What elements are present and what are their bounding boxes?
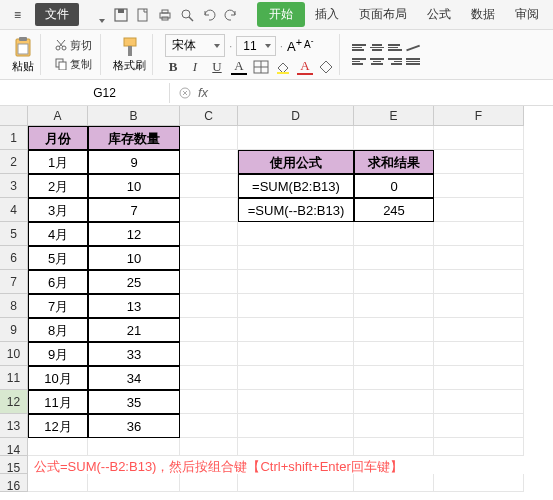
cell[interactable]: 9 [88,150,180,174]
cell[interactable] [238,474,354,492]
text-color-button[interactable]: A [297,59,313,75]
cell[interactable] [434,438,524,456]
cell[interactable]: 7 [88,198,180,222]
name-box[interactable]: G12 [40,83,170,103]
row-header-5[interactable]: 5 [0,222,28,246]
align-top-button[interactable] [352,42,366,54]
fx-cancel-icon[interactable] [178,86,192,100]
cell[interactable] [354,126,434,150]
align-right-button[interactable] [388,56,402,68]
font-size-select[interactable]: 11 [236,36,275,56]
row-header-4[interactable]: 4 [0,198,28,222]
cell[interactable] [434,270,524,294]
cell[interactable] [434,126,524,150]
cell[interactable] [180,366,238,390]
cell[interactable]: 245 [354,198,434,222]
print-icon[interactable] [157,7,173,23]
redo-icon[interactable] [223,7,239,23]
cell[interactable] [354,318,434,342]
preview-icon[interactable] [179,7,195,23]
select-all-corner[interactable] [0,106,28,126]
tab-data[interactable]: 数据 [461,2,505,27]
cell[interactable]: 25 [88,270,180,294]
cell[interactable] [180,390,238,414]
diamond-icon[interactable] [319,60,333,74]
tab-start[interactable]: 开始 [257,2,305,27]
hamburger-icon[interactable]: ≡ [4,4,31,26]
cell[interactable] [180,126,238,150]
cell[interactable] [180,474,238,492]
cell[interactable]: 33 [88,342,180,366]
align-center-button[interactable] [370,56,384,68]
copy-button[interactable]: 复制 [53,56,94,73]
cell[interactable]: 1月 [28,150,88,174]
col-header-a[interactable]: A [28,106,88,126]
cell[interactable] [434,474,524,492]
font-name-select[interactable]: 宋体 [165,34,225,57]
cell[interactable]: 36 [88,414,180,438]
col-header-b[interactable]: B [88,106,180,126]
cell[interactable] [180,222,238,246]
cell[interactable]: 4月 [28,222,88,246]
cell[interactable] [180,342,238,366]
font-color-button[interactable]: A [231,59,247,75]
col-header-e[interactable]: E [354,106,434,126]
cell[interactable] [354,474,434,492]
cell[interactable]: 库存数量 [88,126,180,150]
cell[interactable]: =SUM(B2:B13) [238,174,354,198]
tab-insert[interactable]: 插入 [305,2,349,27]
row-header-6[interactable]: 6 [0,246,28,270]
row-header-2[interactable]: 2 [0,150,28,174]
row-header-3[interactable]: 3 [0,174,28,198]
cell[interactable] [238,126,354,150]
cell[interactable]: 11月 [28,390,88,414]
row-header-10[interactable]: 10 [0,342,28,366]
cell[interactable] [238,414,354,438]
indent-button[interactable] [406,56,420,68]
col-header-d[interactable]: D [238,106,354,126]
cell[interactable]: 6月 [28,270,88,294]
row-header-11[interactable]: 11 [0,366,28,390]
cell[interactable] [238,294,354,318]
cell[interactable] [238,390,354,414]
cell[interactable] [434,414,524,438]
cell[interactable] [434,150,524,174]
cell[interactable]: 2月 [28,174,88,198]
cell[interactable] [28,474,88,492]
tab-formulas[interactable]: 公式 [417,2,461,27]
cell[interactable]: 8月 [28,318,88,342]
row-header-15[interactable]: 15 [0,456,28,474]
orientation-button[interactable] [406,42,420,54]
fx-label[interactable]: fx [198,85,208,100]
cell[interactable] [434,318,524,342]
cell[interactable] [28,438,88,456]
cell[interactable] [434,366,524,390]
cell[interactable] [354,366,434,390]
cell[interactable] [180,174,238,198]
row-header-12[interactable]: 12 [0,390,28,414]
cell[interactable]: 5月 [28,246,88,270]
col-header-f[interactable]: F [434,106,524,126]
fill-color-button[interactable] [275,60,291,74]
file-dropdown[interactable] [83,11,107,19]
cell[interactable]: 10月 [28,366,88,390]
cell[interactable]: =SUM(--B2:B13) [238,198,354,222]
cell[interactable] [354,390,434,414]
cell[interactable] [354,342,434,366]
col-header-c[interactable]: C [180,106,238,126]
align-left-button[interactable] [352,56,366,68]
cell[interactable]: 10 [88,174,180,198]
cell[interactable]: 13 [88,294,180,318]
cell[interactable] [434,174,524,198]
row-header-7[interactable]: 7 [0,270,28,294]
cut-button[interactable]: 剪切 [53,37,94,54]
underline-button[interactable]: U [209,59,225,75]
cell[interactable] [354,414,434,438]
cell[interactable] [354,246,434,270]
cell[interactable]: 求和结果 [354,150,434,174]
cell[interactable] [238,270,354,294]
row-header-16[interactable]: 16 [0,474,28,492]
cell[interactable]: 9月 [28,342,88,366]
cell[interactable] [238,318,354,342]
cell[interactable]: 0 [354,174,434,198]
